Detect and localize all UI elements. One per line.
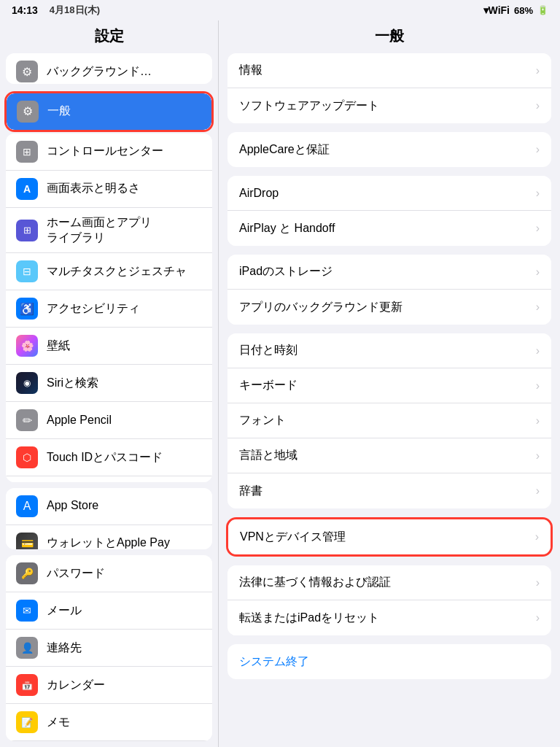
sidebar-item-pencil[interactable]: ✏ Apple Pencil [6, 402, 212, 439]
backlight-icon: ⚙ [16, 61, 38, 82]
general-label: 一般 [47, 104, 71, 119]
battery-percentage: 68% [514, 5, 533, 16]
wallet-label: ウォレットとApple Pay [47, 535, 170, 549]
right-item-airplay[interactable]: AirPlay と Handoff › [228, 211, 551, 246]
wallet-icon: 💳 [16, 533, 38, 549]
touchid-icon: ⬡ [16, 446, 38, 468]
right-section-7: 法律に基づく情報および認証 › 転送またはiPadをリセット › [228, 565, 551, 635]
sidebar-section-main: ⊞ コントロールセンター A 画面表示と明るさ ⊞ ホーム画面とアプリライブラリ… [6, 133, 212, 482]
right-section-8: システム終了 [228, 644, 551, 679]
contacts-icon: 👤 [16, 637, 38, 659]
right-item-software[interactable]: ソフトウェアアップデート › [228, 88, 551, 123]
dictionary-chevron: › [536, 484, 540, 498]
password-icon: 🔑 [16, 562, 38, 584]
wifi-icon: ▾WiFi [483, 4, 510, 16]
mail-label: メール [47, 603, 82, 619]
right-item-keyboard[interactable]: キーボード › [228, 368, 551, 403]
status-date: 4月18日(木) [50, 4, 100, 17]
background-chevron: › [536, 301, 540, 314]
sidebar-item-calendar[interactable]: 📅 カレンダー [6, 667, 212, 704]
sidebar-item-siri[interactable]: ◉ Siriと検索 [6, 365, 212, 402]
language-label: 言語と地域 [239, 448, 298, 463]
right-panel: 一般 情報 › ソフトウェアアップデート › AppleCareと保証 › Ai… [219, 20, 560, 747]
wallpaper-icon: 🌸 [16, 335, 38, 357]
airplay-label: AirPlay と Handoff [239, 221, 335, 236]
sidebar-title: 設定 [0, 20, 218, 53]
language-chevron: › [536, 449, 540, 462]
storage-label: iPadのストレージ [239, 264, 332, 279]
sidebar-section-top: ⚙ バックグラウンド… [6, 53, 212, 84]
control-icon: ⊞ [16, 141, 38, 163]
main-layout: 設定 ⚙ バックグラウンド… ⚙ 一般 ⊞ コントロールセンター [0, 20, 560, 747]
right-item-font[interactable]: フォント › [228, 403, 551, 438]
software-label: ソフトウェアアップデート [239, 98, 379, 114]
vpn-chevron: › [535, 530, 539, 543]
right-item-dictionary[interactable]: 辞書 › [228, 473, 551, 508]
mail-icon: ✉ [16, 600, 38, 622]
right-item-language[interactable]: 言語と地域 › [228, 438, 551, 473]
sidebar-item-accessibility[interactable]: ♿ アクセシビリティ [6, 290, 212, 328]
applecare-label: AppleCareと保証 [239, 142, 330, 158]
info-label: 情報 [239, 63, 262, 78]
multitask-icon: ⊟ [16, 260, 38, 282]
right-item-transfer[interactable]: 転送またはiPadをリセット › [228, 600, 551, 635]
sidebar-item-contacts[interactable]: 👤 連絡先 [6, 630, 212, 667]
calendar-icon: 📅 [16, 674, 38, 696]
datetime-chevron: › [536, 344, 540, 357]
sidebar-item-appstore[interactable]: A App Store [6, 488, 212, 525]
shutdown-label[interactable]: システム終了 [239, 654, 309, 670]
sidebar-item-wallet[interactable]: 💳 ウォレットとApple Pay [6, 525, 212, 549]
applecare-chevron: › [536, 143, 540, 156]
sidebar-item-multitask[interactable]: ⊟ マルチタスクとジェスチャ [6, 253, 212, 290]
right-item-legal[interactable]: 法律に基づく情報および認証 › [228, 565, 551, 600]
sidebar-item-control[interactable]: ⊞ コントロールセンター [6, 133, 212, 171]
right-item-info[interactable]: 情報 › [228, 53, 551, 88]
legal-chevron: › [536, 576, 540, 589]
sidebar-item-backlight[interactable]: ⚙ バックグラウンド… [6, 53, 212, 84]
siri-label: Siriと検索 [47, 376, 98, 391]
right-item-airdrop[interactable]: AirDrop › [228, 176, 551, 211]
sidebar-item-wallpaper[interactable]: 🌸 壁紙 [6, 328, 212, 365]
right-section-4: iPadのストレージ › アプリのバックグラウンド更新 › [228, 255, 551, 325]
sidebar-item-mail[interactable]: ✉ メール [6, 592, 212, 630]
sidebar-section-general-highlighted: ⚙ 一般 [4, 91, 214, 132]
status-bar: 14:13 4月18日(木) ▾WiFi 68% 🔋 [0, 0, 560, 20]
sidebar-item-general[interactable]: ⚙ 一般 [7, 93, 211, 130]
datetime-label: 日付と時刻 [239, 343, 298, 358]
sidebar-item-password[interactable]: 🔑 パスワード [6, 555, 212, 592]
wallpaper-label: 壁紙 [47, 338, 70, 354]
homescreen-label: ホーム画面とアプリライブラリ [47, 215, 152, 246]
right-item-vpn[interactable]: VPNとデバイス管理 › [228, 519, 551, 554]
pencil-icon: ✏ [16, 409, 38, 431]
contacts-label: 連絡先 [47, 640, 82, 656]
sidebar-item-notes[interactable]: 📝 メモ [6, 704, 212, 741]
right-item-shutdown[interactable]: システム終了 [228, 644, 551, 679]
battery-icon: 🔋 [537, 5, 548, 15]
right-item-applecare[interactable]: AppleCareと保証 › [228, 132, 551, 167]
siri-icon: ◉ [16, 372, 38, 394]
right-item-storage[interactable]: iPadのストレージ › [228, 255, 551, 290]
right-item-datetime[interactable]: 日付と時刻 › [228, 333, 551, 368]
accessibility-icon: ♿ [16, 298, 38, 320]
status-icons: ▾WiFi 68% 🔋 [483, 4, 548, 16]
appstore-label: App Store [47, 498, 98, 514]
notes-label: メモ [47, 715, 70, 730]
storage-chevron: › [536, 266, 540, 279]
airdrop-chevron: › [536, 187, 540, 200]
airdrop-label: AirDrop [239, 187, 279, 200]
sidebar-item-display[interactable]: A 画面表示と明るさ [6, 171, 212, 208]
control-label: コントロールセンター [47, 144, 163, 159]
sidebar-item-homescreen[interactable]: ⊞ ホーム画面とアプリライブラリ [6, 208, 212, 254]
right-item-background[interactable]: アプリのバックグラウンド更新 › [228, 290, 551, 325]
sidebar-item-battery[interactable]: ▰ バッテリー [6, 476, 212, 481]
sidebar-item-touchid[interactable]: ⬡ Touch IDとパスコード [6, 439, 212, 476]
background-label: アプリのバックグラウンド更新 [239, 300, 402, 315]
airplay-chevron: › [536, 222, 540, 235]
sidebar-section-general: ⚙ 一般 [7, 93, 211, 130]
dictionary-label: 辞書 [239, 484, 262, 499]
info-chevron: › [536, 64, 540, 77]
appstore-icon: A [16, 495, 38, 517]
right-section-2: AppleCareと保証 › [228, 132, 551, 167]
status-time: 14:13 [12, 4, 38, 16]
accessibility-label: アクセシビリティ [47, 301, 140, 317]
